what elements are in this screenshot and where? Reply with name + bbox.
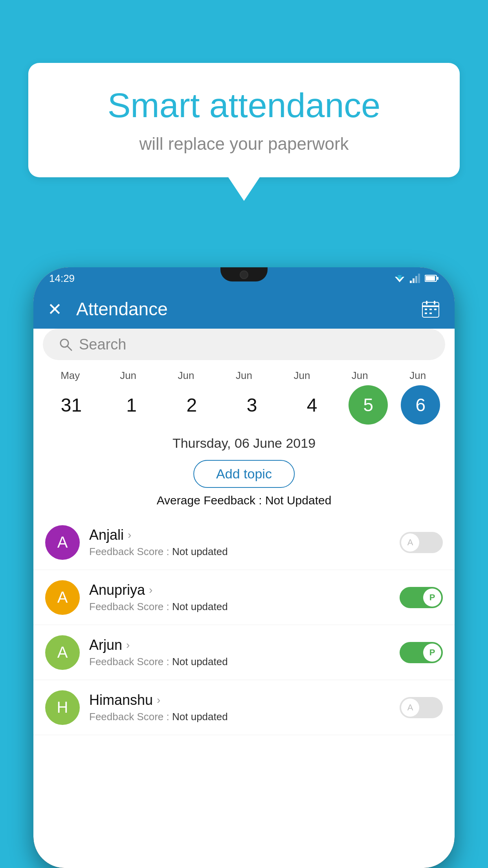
svg-rect-12 bbox=[426, 301, 427, 305]
cal-month-6: Jun bbox=[394, 370, 441, 382]
toggle-knob-himanshu: A bbox=[401, 699, 419, 717]
search-icon bbox=[59, 337, 73, 351]
chevron-icon: › bbox=[128, 529, 131, 541]
bubble-subtitle: will replace your paperwork bbox=[60, 134, 428, 154]
svg-rect-11 bbox=[422, 305, 439, 307]
app-bar: ✕ Attendance bbox=[33, 289, 455, 329]
cal-date-31[interactable]: 31 bbox=[48, 394, 95, 416]
student-name-arjun: Arjun › bbox=[89, 637, 400, 653]
phone-notch bbox=[220, 267, 268, 281]
toggle-switch-arjun[interactable]: P bbox=[400, 642, 443, 663]
cal-date-5[interactable]: 5 bbox=[349, 385, 388, 425]
phone-camera bbox=[240, 270, 248, 279]
student-item-himanshu[interactable]: H Himanshu › Feedback Score : Not update… bbox=[33, 680, 455, 735]
student-info-anupriya: Anupriya › Feedback Score : Not updated bbox=[89, 582, 400, 613]
avatar-anjali: A bbox=[45, 525, 80, 560]
phone-frame: 14:29 bbox=[33, 267, 455, 868]
calendar-icon[interactable] bbox=[421, 299, 440, 319]
student-feedback-anjali: Feedback Score : Not updated bbox=[89, 546, 400, 558]
cal-month-2: Jun bbox=[163, 370, 210, 382]
signal-icon bbox=[410, 274, 421, 283]
svg-rect-13 bbox=[434, 301, 435, 305]
svg-rect-9 bbox=[437, 277, 438, 280]
cal-month-5: Jun bbox=[336, 370, 383, 382]
student-list: A Anjali › Feedback Score : Not updated … bbox=[33, 515, 455, 868]
toggle-anjali[interactable]: A bbox=[400, 532, 443, 553]
cal-date-6[interactable]: 6 bbox=[401, 385, 440, 425]
toggle-switch-himanshu[interactable]: A bbox=[400, 697, 443, 718]
student-feedback-anupriya: Feedback Score : Not updated bbox=[89, 601, 400, 613]
avatar-arjun: A bbox=[45, 635, 80, 670]
calendar-dates-row: 31 1 2 3 4 5 6 bbox=[33, 385, 455, 425]
cal-date-4[interactable]: 4 bbox=[288, 394, 336, 416]
selected-date-label: Thursday, 06 June 2019 bbox=[33, 436, 455, 451]
svg-rect-16 bbox=[434, 309, 437, 310]
chevron-icon: › bbox=[149, 584, 152, 596]
toggle-anupriya[interactable]: P bbox=[400, 587, 443, 608]
battery-icon bbox=[425, 274, 439, 282]
svg-rect-6 bbox=[418, 274, 420, 283]
toggle-switch-anjali[interactable]: A bbox=[400, 532, 443, 553]
bubble-arrow bbox=[228, 177, 260, 201]
avatar-himanshu: H bbox=[45, 690, 80, 725]
svg-rect-18 bbox=[429, 313, 432, 314]
cal-month-1: Jun bbox=[105, 370, 152, 382]
student-name-anjali: Anjali › bbox=[89, 527, 400, 543]
speech-bubble-container: Smart attendance will replace your paper… bbox=[28, 63, 460, 201]
svg-rect-15 bbox=[429, 309, 432, 310]
cal-date-3[interactable]: 3 bbox=[228, 394, 275, 416]
status-time: 14:29 bbox=[49, 272, 75, 285]
cal-month-4: Jun bbox=[278, 370, 325, 382]
speech-bubble: Smart attendance will replace your paper… bbox=[28, 63, 460, 177]
cal-month-3: Jun bbox=[220, 370, 268, 382]
chevron-icon: › bbox=[126, 639, 130, 651]
svg-rect-14 bbox=[425, 309, 427, 310]
cal-date-2[interactable]: 2 bbox=[168, 394, 215, 416]
toggle-switch-anupriya[interactable]: P bbox=[400, 587, 443, 608]
avg-feedback-label: Average Feedback : bbox=[157, 494, 265, 507]
add-topic-button[interactable]: Add topic bbox=[193, 460, 295, 488]
student-item-anjali[interactable]: A Anjali › Feedback Score : Not updated … bbox=[33, 515, 455, 570]
bubble-title: Smart attendance bbox=[60, 86, 428, 125]
toggle-knob-arjun: P bbox=[423, 644, 441, 662]
toggle-knob-anjali: A bbox=[401, 533, 419, 552]
student-item-arjun[interactable]: A Arjun › Feedback Score : Not updated P bbox=[33, 625, 455, 680]
svg-rect-8 bbox=[426, 276, 435, 281]
cal-month-0: May bbox=[47, 370, 94, 382]
toggle-arjun[interactable]: P bbox=[400, 642, 443, 663]
student-info-himanshu: Himanshu › Feedback Score : Not updated bbox=[89, 692, 400, 723]
student-name-anupriya: Anupriya › bbox=[89, 582, 400, 598]
search-placeholder: Search bbox=[79, 336, 126, 353]
svg-rect-4 bbox=[413, 278, 415, 283]
svg-rect-17 bbox=[425, 313, 427, 314]
student-feedback-himanshu: Feedback Score : Not updated bbox=[89, 711, 400, 723]
close-button[interactable]: ✕ bbox=[48, 299, 62, 319]
toggle-himanshu[interactable]: A bbox=[400, 697, 443, 718]
student-name-himanshu: Himanshu › bbox=[89, 692, 400, 708]
phone-screen: 14:29 bbox=[33, 267, 455, 868]
status-icons bbox=[393, 274, 439, 283]
chevron-icon: › bbox=[157, 694, 160, 706]
wifi-icon bbox=[393, 274, 406, 283]
student-item-anupriya[interactable]: A Anupriya › Feedback Score : Not update… bbox=[33, 570, 455, 625]
toggle-knob-anupriya: P bbox=[423, 588, 441, 607]
svg-rect-3 bbox=[410, 281, 412, 283]
svg-rect-5 bbox=[415, 276, 417, 283]
cal-date-1[interactable]: 1 bbox=[108, 394, 155, 416]
calendar-months-row: May Jun Jun Jun Jun Jun Jun bbox=[33, 370, 455, 382]
screen-title: Attendance bbox=[76, 298, 421, 320]
avg-feedback-value: Not Updated bbox=[265, 494, 331, 507]
search-bar[interactable]: Search bbox=[43, 329, 445, 360]
student-info-arjun: Arjun › Feedback Score : Not updated bbox=[89, 637, 400, 668]
average-feedback: Average Feedback : Not Updated bbox=[33, 494, 455, 507]
svg-line-20 bbox=[67, 346, 72, 350]
student-info-anjali: Anjali › Feedback Score : Not updated bbox=[89, 527, 400, 558]
student-feedback-arjun: Feedback Score : Not updated bbox=[89, 656, 400, 668]
avatar-anupriya: A bbox=[45, 580, 80, 615]
